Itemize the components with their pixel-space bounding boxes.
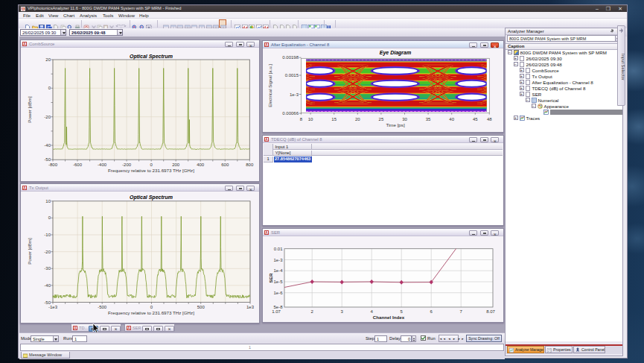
- svg-text:25: 25: [379, 117, 384, 121]
- svg-text:1e-3: 1e-3: [290, 92, 299, 97]
- svg-text:-400: -400: [98, 162, 107, 167]
- svg-text:10: 10: [308, 117, 313, 121]
- svg-text:1.07: 1.07: [272, 309, 281, 314]
- svg-text:800: 800: [246, 162, 254, 167]
- svg-text:35: 35: [426, 117, 431, 121]
- svg-text:40: 40: [449, 117, 454, 121]
- svg-text:Frequency relative to 231.6973: Frequency relative to 231.6973 THz [GHz]: [108, 168, 194, 173]
- svg-text:Time [ps]: Time [ps]: [386, 122, 404, 127]
- svg-text:-10: -10: [44, 233, 51, 237]
- svg-text:-800: -800: [48, 162, 58, 167]
- svg-text:-20: -20: [44, 115, 51, 119]
- svg-text:-50: -50: [44, 300, 51, 305]
- svg-text:4: 4: [371, 309, 374, 314]
- svg-text:200: 200: [172, 162, 180, 167]
- svg-text:-1e3: -1e3: [48, 305, 58, 309]
- svg-text:15: 15: [331, 117, 337, 121]
- svg-text:0.00198: 0.00198: [282, 55, 299, 60]
- svg-text:8: 8: [300, 117, 303, 121]
- svg-text:500: 500: [197, 305, 205, 309]
- svg-text:1e-5: 1e-5: [273, 280, 283, 284]
- svg-text:-500: -500: [98, 305, 107, 309]
- svg-text:45: 45: [473, 117, 478, 121]
- svg-text:0: 0: [150, 305, 153, 309]
- svg-text:1e3: 1e3: [246, 305, 255, 309]
- svg-text:10: 10: [45, 199, 51, 203]
- svg-text:7: 7: [460, 309, 463, 314]
- svg-text:400: 400: [197, 162, 205, 167]
- svg-text:1e-6: 1e-6: [273, 291, 283, 295]
- svg-text:30: 30: [402, 117, 407, 121]
- svg-text:Power [dBm]: Power [dBm]: [27, 238, 32, 265]
- svg-text:Optical Spectrum: Optical Spectrum: [130, 54, 173, 60]
- svg-text:-600: -600: [73, 162, 83, 167]
- svg-text:Power [dBm]: Power [dBm]: [27, 96, 32, 123]
- svg-text:0: 0: [48, 215, 51, 220]
- svg-text:20: 20: [355, 117, 360, 121]
- svg-text:0.0015: 0.0015: [285, 73, 299, 78]
- svg-text:8.07: 8.07: [486, 309, 495, 314]
- svg-text:600: 600: [221, 162, 229, 167]
- svg-text:5: 5: [401, 309, 404, 314]
- svg-text:48: 48: [487, 117, 492, 121]
- svg-text:-50: -50: [44, 157, 51, 162]
- svg-text:3: 3: [341, 309, 344, 314]
- svg-text:Frequency relative to 231.6973: Frequency relative to 231.6973 THz [GHz]: [108, 310, 194, 315]
- svg-text:Channel Index: Channel Index: [373, 315, 405, 320]
- svg-text:20: 20: [45, 57, 51, 62]
- svg-text:Optical Spectrum: Optical Spectrum: [130, 195, 173, 201]
- svg-text:6: 6: [430, 309, 433, 314]
- svg-text:0: 0: [48, 86, 51, 90]
- svg-text:0.00066: 0.00066: [282, 111, 299, 116]
- svg-text:0: 0: [150, 162, 153, 167]
- svg-text:Electrical Signal [a.u.]: Electrical Signal [a.u.]: [268, 64, 272, 107]
- svg-text:0.01: 0.01: [274, 247, 283, 251]
- svg-text:-20: -20: [44, 250, 51, 254]
- svg-text:1e-4: 1e-4: [273, 268, 283, 273]
- svg-text:-40: -40: [44, 143, 51, 148]
- svg-text:-200: -200: [122, 162, 132, 167]
- svg-text:1e-3: 1e-3: [273, 258, 283, 262]
- svg-text:2: 2: [311, 309, 314, 314]
- svg-text:-30: -30: [44, 266, 51, 271]
- svg-text:SER: SER: [268, 273, 273, 282]
- svg-text:Eye Diagram: Eye Diagram: [380, 50, 411, 56]
- svg-text:-40: -40: [44, 283, 51, 288]
